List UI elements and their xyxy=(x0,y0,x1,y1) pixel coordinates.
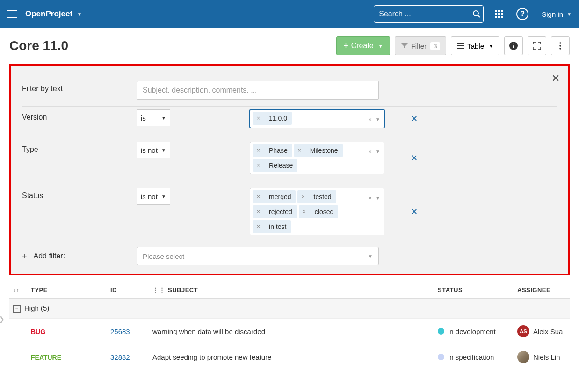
tag-label: Release xyxy=(264,162,297,169)
subject-cell: warning when data will be discarded xyxy=(149,319,434,344)
tag-remove-icon[interactable]: × xyxy=(253,144,264,157)
svg-rect-5 xyxy=(498,13,500,15)
table-icon xyxy=(457,43,464,49)
chevron-down-icon: ▼ xyxy=(489,43,493,49)
svg-rect-8 xyxy=(498,16,500,18)
clear-all-icon[interactable]: × xyxy=(369,194,372,201)
filter-field-label: Type xyxy=(22,142,137,154)
filter-value-multiselect[interactable]: × 11.0.0 × ▼ xyxy=(250,109,384,128)
col-status[interactable]: STATUS xyxy=(434,282,514,299)
tag-label: closed xyxy=(310,208,338,215)
col-assignee[interactable]: ASSIGNEE xyxy=(514,282,570,299)
panel-drag-handle[interactable]: ❯ xyxy=(0,315,5,323)
hamburger-menu-icon[interactable] xyxy=(7,10,17,18)
more-menu-button[interactable] xyxy=(551,36,570,55)
avatar xyxy=(517,351,529,363)
create-label: Create xyxy=(351,42,374,50)
type-badge: BUG xyxy=(31,328,45,335)
group-row[interactable]: −High (5) xyxy=(9,299,570,319)
assignee-cell: ASAleix Sua xyxy=(517,325,566,337)
tag-remove-icon[interactable]: × xyxy=(294,144,305,157)
status-label: in development xyxy=(448,328,496,335)
add-filter-label: Add filter: xyxy=(34,252,65,260)
svg-point-0 xyxy=(473,11,478,16)
tag-remove-icon[interactable]: × xyxy=(299,205,310,218)
page-toolbar: Core 11.0 + Create ▼ Filter 3 Table ▼ i xyxy=(0,28,579,62)
fullscreen-icon xyxy=(533,42,541,50)
filter-operator-select[interactable]: is ▼ xyxy=(137,109,170,126)
col-id[interactable]: ID xyxy=(107,282,149,299)
tag-remove-icon[interactable]: × xyxy=(253,112,264,125)
add-filter-select[interactable]: Please select ▼ xyxy=(137,247,379,265)
signin-menu[interactable]: Sign in ▼ xyxy=(542,10,572,18)
tag-label: tested xyxy=(309,193,336,200)
brand-menu[interactable]: OpenProject ▼ xyxy=(25,9,82,19)
remove-filter-icon[interactable]: ✕ xyxy=(411,207,418,217)
col-subject[interactable]: ⋮⋮SUBJECT xyxy=(149,282,434,299)
filter-tag: × rejected xyxy=(253,205,297,218)
fullscreen-button[interactable] xyxy=(528,36,546,55)
table-row[interactable]: FEATURE 32882 Adapt seeding to promote n… xyxy=(9,344,570,370)
tag-remove-icon[interactable]: × xyxy=(253,190,264,203)
search-input[interactable] xyxy=(379,10,472,18)
clear-all-icon[interactable]: × xyxy=(369,148,372,155)
filter-button[interactable]: Filter 3 xyxy=(395,36,447,55)
chevron-down-icon[interactable]: ▼ xyxy=(376,149,380,154)
filter-tag: × merged xyxy=(253,190,296,203)
chevron-down-icon: ▼ xyxy=(378,43,383,49)
assignee-name: Niels Lin xyxy=(533,353,560,361)
collapse-icon[interactable]: − xyxy=(13,305,21,313)
chevron-down-icon[interactable]: ▼ xyxy=(376,117,380,122)
remove-filter-icon[interactable]: ✕ xyxy=(411,153,418,163)
table-row[interactable]: BUG 25683 warning when data will be disc… xyxy=(9,319,570,344)
tag-remove-icon[interactable]: × xyxy=(253,205,264,218)
tag-remove-icon[interactable]: × xyxy=(253,220,264,233)
col-sort[interactable]: ↓↑ xyxy=(9,282,27,299)
apps-grid-icon[interactable] xyxy=(495,10,503,18)
filter-field-label: Status xyxy=(22,188,137,200)
tag-label: in test xyxy=(264,223,291,230)
view-mode-button[interactable]: Table ▼ xyxy=(451,36,499,55)
clear-all-icon[interactable]: × xyxy=(369,116,372,123)
id-link[interactable]: 25683 xyxy=(110,328,130,335)
chevron-down-icon: ▼ xyxy=(161,148,166,153)
add-filter-row: + Add filter: Please select ▼ xyxy=(22,242,557,265)
create-button[interactable]: + Create ▼ xyxy=(336,36,390,55)
filter-panel: ✕ Filter by text Version is ▼ × 11.0.0 ×… xyxy=(9,64,570,275)
close-icon[interactable]: ✕ xyxy=(551,72,560,85)
info-icon: i xyxy=(509,42,518,50)
tag-remove-icon[interactable]: × xyxy=(297,190,309,203)
filter-text-row: Filter by text xyxy=(22,74,557,107)
help-icon[interactable]: ? xyxy=(516,8,528,20)
tag-remove-icon[interactable]: × xyxy=(253,159,264,172)
status-dot-icon xyxy=(438,354,444,360)
filter-value-multiselect[interactable]: × Phase × Milestone × Release × ▼ xyxy=(250,142,384,174)
svg-rect-2 xyxy=(498,10,500,12)
chevron-down-icon[interactable]: ▼ xyxy=(376,195,380,200)
info-button[interactable]: i xyxy=(504,36,523,55)
id-link[interactable]: 32882 xyxy=(110,353,130,361)
sort-icon: ↓↑ xyxy=(13,287,19,293)
filter-operator-select[interactable]: is not ▼ xyxy=(137,142,170,158)
filter-tag: × Release xyxy=(253,159,297,172)
filter-tag: × closed xyxy=(299,205,338,218)
col-type[interactable]: TYPE xyxy=(27,282,107,299)
status-cell: in development xyxy=(438,328,510,335)
global-search[interactable] xyxy=(374,5,484,23)
tag-label: merged xyxy=(264,193,296,200)
type-badge: FEATURE xyxy=(31,354,61,361)
work-package-table: ↓↑ TYPE ID ⋮⋮SUBJECT STATUS ASSIGNEE −Hi… xyxy=(9,282,570,370)
svg-point-11 xyxy=(559,45,561,47)
filter-row: Version is ▼ × 11.0.0 × ▼ ✕ xyxy=(22,107,557,135)
filter-label: Filter xyxy=(411,42,427,50)
assignee-name: Aleix Sua xyxy=(533,328,563,335)
status-cell: in specification xyxy=(438,353,510,361)
remove-filter-icon[interactable]: ✕ xyxy=(411,114,418,124)
filter-value-multiselect[interactable]: × merged × tested × rejected × closed × … xyxy=(250,188,384,235)
filter-operator-select[interactable]: is not ▼ xyxy=(137,188,170,205)
search-icon[interactable] xyxy=(472,10,481,18)
tag-label: Phase xyxy=(264,147,292,154)
filter-text-input[interactable] xyxy=(137,81,379,100)
svg-point-10 xyxy=(559,42,561,44)
plus-icon: + xyxy=(22,251,27,261)
